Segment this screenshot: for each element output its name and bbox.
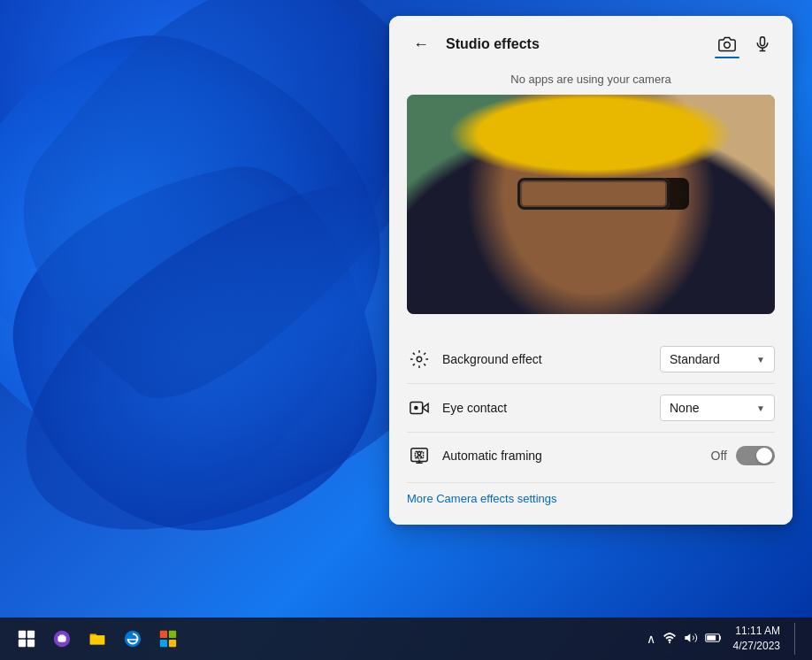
svg-rect-12 (19, 640, 26, 647)
studio-effects-panel: ← Studio effects No apps are using you (389, 16, 793, 525)
background-effect-value: Standard (670, 352, 749, 366)
camera-icon-button[interactable] (715, 32, 739, 57)
eye-contact-label: Eye contact (442, 401, 660, 415)
automatic-framing-toggle[interactable] (736, 446, 775, 465)
clock[interactable]: 11:11 AM 4/27/2023 (733, 624, 780, 654)
taskbar-left (11, 623, 184, 655)
header-icons (715, 32, 775, 57)
windows-icon (18, 630, 35, 648)
svg-rect-17 (160, 631, 167, 638)
svg-rect-15 (59, 634, 65, 638)
toggle-container: Off (711, 446, 775, 465)
dropdown-arrow-1: ▼ (756, 355, 765, 365)
background-effect-row: Background effect Standard ▼ (407, 335, 775, 384)
no-apps-message: No apps are using your camera (389, 67, 793, 95)
camera-preview (407, 95, 775, 314)
background-effect-label: Background effect (442, 352, 660, 366)
battery-icon[interactable] (705, 632, 723, 647)
eye-contact-value: None (670, 401, 749, 415)
camera-face-image (407, 95, 775, 314)
volume-icon[interactable] (684, 631, 698, 648)
automatic-framing-label: Automatic framing (442, 449, 711, 463)
system-tray: ∧ (647, 631, 723, 648)
toggle-knob (756, 448, 772, 464)
store-icon (158, 629, 178, 648)
mic-icon-button[interactable] (750, 32, 775, 57)
automatic-framing-row: Automatic framing Off (407, 433, 775, 479)
eye-contact-icon (407, 395, 432, 420)
wifi-icon[interactable] (663, 631, 677, 648)
show-desktop-button[interactable] (794, 623, 801, 655)
back-button[interactable]: ← (407, 30, 435, 58)
microsoft-store-button[interactable] (152, 623, 184, 655)
svg-rect-19 (160, 640, 167, 647)
active-indicator (715, 57, 739, 58)
taskbar: ∧ (0, 618, 812, 660)
svg-marker-22 (685, 633, 690, 641)
camera-icon (718, 35, 736, 53)
svg-rect-18 (169, 631, 176, 638)
background-effect-control: Standard ▼ (660, 346, 775, 372)
clock-time: 11:11 AM (733, 624, 780, 639)
svg-point-4 (417, 357, 422, 362)
svg-point-21 (669, 641, 670, 643)
speaker-symbol (684, 631, 698, 645)
panel-header: ← Studio effects (389, 16, 793, 67)
svg-rect-20 (169, 640, 176, 647)
svg-rect-13 (27, 640, 34, 647)
more-camera-settings-link[interactable]: More Camera effects settings (407, 482, 775, 510)
background-effect-dropdown[interactable]: Standard ▼ (660, 346, 775, 372)
show-hidden-icons-button[interactable]: ∧ (647, 632, 655, 646)
folder-icon (88, 629, 107, 648)
file-explorer-button[interactable] (81, 623, 113, 655)
wifi-symbol (663, 631, 677, 645)
edge-browser-button[interactable] (117, 623, 149, 655)
svg-rect-24 (707, 635, 716, 641)
panel-title: Studio effects (446, 36, 704, 52)
eye-contact-control: None ▼ (660, 395, 775, 421)
svg-point-16 (125, 631, 141, 647)
clock-date: 4/27/2023 (733, 639, 780, 654)
svg-point-6 (414, 406, 418, 411)
automatic-framing-icon (407, 443, 432, 468)
settings-rows: Background effect Standard ▼ Eye contact (389, 328, 793, 525)
mic-icon (754, 35, 771, 53)
background-effect-icon (407, 347, 432, 372)
svg-point-9 (417, 451, 421, 455)
svg-rect-11 (27, 631, 34, 638)
dropdown-arrow-2: ▼ (756, 403, 765, 413)
toggle-off-label: Off (711, 449, 727, 463)
teams-icon (52, 629, 72, 648)
svg-rect-1 (761, 37, 765, 46)
battery-symbol (705, 632, 723, 644)
svg-point-0 (724, 42, 731, 49)
start-button[interactable] (11, 623, 42, 655)
svg-rect-10 (19, 631, 26, 638)
taskbar-right: ∧ (647, 623, 801, 655)
teams-chat-button[interactable] (46, 623, 78, 655)
eye-contact-row: Eye contact None ▼ (407, 384, 775, 433)
automatic-framing-control: Off (711, 446, 775, 465)
edge-icon (123, 629, 142, 648)
eye-contact-dropdown[interactable]: None ▼ (660, 395, 775, 421)
